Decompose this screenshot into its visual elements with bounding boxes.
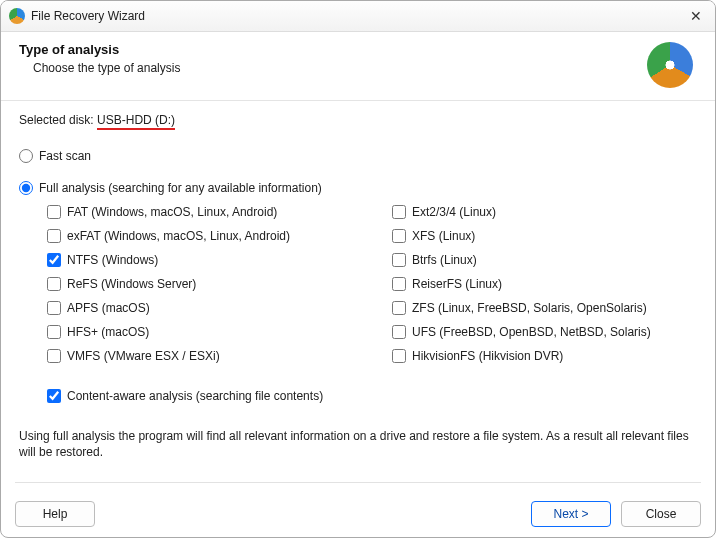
checkbox-fs-exfat-label: exFAT (Windows, macOS, Linux, Android) <box>67 229 290 243</box>
checkbox-fs-apfs-label: APFS (macOS) <box>67 301 150 315</box>
close-icon[interactable]: ✕ <box>687 7 705 25</box>
checkbox-fs-zfs-label: ZFS (Linux, FreeBSD, Solaris, OpenSolari… <box>412 301 647 315</box>
description-text: Using full analysis the program will fin… <box>1 411 715 464</box>
checkbox-fs-ufs[interactable]: UFS (FreeBSD, OpenBSD, NetBSD, Solaris) <box>392 325 697 339</box>
checkbox-fs-ntfs-label: NTFS (Windows) <box>67 253 158 267</box>
filesystem-grid: FAT (Windows, macOS, Linux, Android)Ext2… <box>47 205 697 363</box>
checkbox-fs-ext[interactable]: Ext2/3/4 (Linux) <box>392 205 697 219</box>
header-title: Type of analysis <box>19 42 180 57</box>
checkbox-content-aware-input[interactable] <box>47 389 61 403</box>
checkbox-fs-hik[interactable]: HikvisionFS (Hikvision DVR) <box>392 349 697 363</box>
next-button[interactable]: Next > <box>531 501 611 527</box>
checkbox-fs-vmfs-input[interactable] <box>47 349 61 363</box>
checkbox-fs-btrfs-input[interactable] <box>392 253 406 267</box>
footer: Help Next > Close <box>1 501 715 527</box>
radio-full-analysis-label: Full analysis (searching for any availab… <box>39 181 322 195</box>
checkbox-fs-fat-label: FAT (Windows, macOS, Linux, Android) <box>67 205 277 219</box>
help-button[interactable]: Help <box>15 501 95 527</box>
checkbox-fs-hfs[interactable]: HFS+ (macOS) <box>47 325 352 339</box>
checkbox-fs-ufs-input[interactable] <box>392 325 406 339</box>
checkbox-fs-ntfs-input[interactable] <box>47 253 61 267</box>
checkbox-fs-xfs-input[interactable] <box>392 229 406 243</box>
radio-fast-scan-label: Fast scan <box>39 149 91 163</box>
checkbox-fs-fat-input[interactable] <box>47 205 61 219</box>
wizard-icon <box>647 42 693 88</box>
checkbox-fs-hfs-label: HFS+ (macOS) <box>67 325 149 339</box>
titlebar: File Recovery Wizard ✕ <box>1 1 715 32</box>
checkbox-fs-reiser[interactable]: ReiserFS (Linux) <box>392 277 697 291</box>
checkbox-fs-fat[interactable]: FAT (Windows, macOS, Linux, Android) <box>47 205 352 219</box>
selected-disk-line: Selected disk: USB-HDD (D:) <box>19 113 697 127</box>
selected-disk-label: Selected disk: <box>19 113 94 127</box>
checkbox-fs-xfs-label: XFS (Linux) <box>412 229 475 243</box>
checkbox-content-aware-label: Content-aware analysis (searching file c… <box>67 389 323 403</box>
checkbox-fs-refs[interactable]: ReFS (Windows Server) <box>47 277 352 291</box>
radio-fast-scan[interactable]: Fast scan <box>19 149 697 163</box>
checkbox-fs-apfs[interactable]: APFS (macOS) <box>47 301 352 315</box>
wizard-header: Type of analysis Choose the type of anal… <box>1 32 715 101</box>
radio-full-analysis-input[interactable] <box>19 181 33 195</box>
checkbox-fs-apfs-input[interactable] <box>47 301 61 315</box>
window-title: File Recovery Wizard <box>31 9 145 23</box>
checkbox-fs-ufs-label: UFS (FreeBSD, OpenBSD, NetBSD, Solaris) <box>412 325 651 339</box>
checkbox-fs-vmfs-label: VMFS (VMware ESX / ESXi) <box>67 349 220 363</box>
checkbox-fs-ext-label: Ext2/3/4 (Linux) <box>412 205 496 219</box>
checkbox-fs-exfat-input[interactable] <box>47 229 61 243</box>
close-button[interactable]: Close <box>621 501 701 527</box>
selected-disk-value: USB-HDD (D:) <box>97 113 175 130</box>
checkbox-fs-reiser-label: ReiserFS (Linux) <box>412 277 502 291</box>
app-icon <box>9 8 25 24</box>
checkbox-fs-refs-input[interactable] <box>47 277 61 291</box>
checkbox-fs-exfat[interactable]: exFAT (Windows, macOS, Linux, Android) <box>47 229 352 243</box>
checkbox-content-aware[interactable]: Content-aware analysis (searching file c… <box>47 389 697 403</box>
checkbox-fs-xfs[interactable]: XFS (Linux) <box>392 229 697 243</box>
footer-divider <box>15 482 701 483</box>
checkbox-fs-hik-label: HikvisionFS (Hikvision DVR) <box>412 349 563 363</box>
radio-full-analysis[interactable]: Full analysis (searching for any availab… <box>19 181 697 195</box>
checkbox-fs-refs-label: ReFS (Windows Server) <box>67 277 196 291</box>
checkbox-fs-zfs-input[interactable] <box>392 301 406 315</box>
checkbox-fs-zfs[interactable]: ZFS (Linux, FreeBSD, Solaris, OpenSolari… <box>392 301 697 315</box>
radio-fast-scan-input[interactable] <box>19 149 33 163</box>
checkbox-fs-btrfs[interactable]: Btrfs (Linux) <box>392 253 697 267</box>
checkbox-fs-btrfs-label: Btrfs (Linux) <box>412 253 477 267</box>
checkbox-fs-ntfs[interactable]: NTFS (Windows) <box>47 253 352 267</box>
header-subtitle: Choose the type of analysis <box>33 61 180 75</box>
checkbox-fs-vmfs[interactable]: VMFS (VMware ESX / ESXi) <box>47 349 352 363</box>
checkbox-fs-ext-input[interactable] <box>392 205 406 219</box>
checkbox-fs-reiser-input[interactable] <box>392 277 406 291</box>
checkbox-fs-hik-input[interactable] <box>392 349 406 363</box>
checkbox-fs-hfs-input[interactable] <box>47 325 61 339</box>
